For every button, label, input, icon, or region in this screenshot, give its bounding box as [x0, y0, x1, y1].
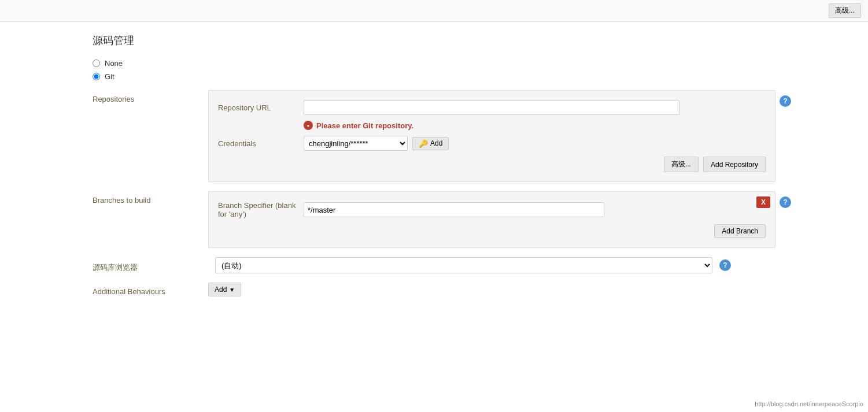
- radio-none[interactable]: [93, 60, 100, 67]
- branch-specifier-input[interactable]: [304, 202, 604, 217]
- add-branch-row: Add Branch: [218, 224, 766, 238]
- footer-text: http://blog.csdn.net/innerpeaceScorpio: [755, 400, 863, 407]
- additional-behaviours-content: Add ▼: [208, 283, 775, 296]
- error-row: ● Please enter Git repository.: [304, 121, 766, 130]
- scm-browser-help-icon[interactable]: ?: [719, 259, 731, 271]
- advanced-top-button[interactable]: 高级...: [829, 3, 861, 18]
- repositories-content: Repository URL ? ● Please enter Git repo…: [208, 90, 775, 182]
- radio-none-row: None: [93, 59, 775, 68]
- branches-label: Branches to build: [93, 191, 208, 205]
- key-icon: 🔑: [419, 139, 428, 148]
- radio-git[interactable]: [93, 73, 100, 80]
- add-branch-button[interactable]: Add Branch: [714, 224, 766, 238]
- add-repository-button[interactable]: Add Repository: [703, 157, 766, 172]
- content-area: 源码管理 None Git Repositories Repository UR…: [0, 22, 868, 317]
- repo-url-help-icon[interactable]: ?: [780, 95, 791, 107]
- advanced-button[interactable]: 高级...: [664, 157, 699, 172]
- section-title: 源码管理: [93, 34, 775, 47]
- credentials-label: Credentials: [218, 139, 299, 148]
- delete-branch-button[interactable]: X: [756, 196, 770, 208]
- dropdown-arrow-icon: ▼: [229, 287, 235, 293]
- scm-browser-label: 源码库浏览器: [93, 258, 208, 273]
- radio-group: None Git: [93, 59, 775, 81]
- branch-specifier-label: Branch Specifier (blank for 'any'): [218, 201, 299, 218]
- page-container: 高级... 源码管理 None Git Repositories Reposi: [0, 0, 868, 412]
- branches-section: Branches to build X ? Branch Specifier (…: [93, 191, 775, 248]
- repo-url-input[interactable]: [304, 100, 679, 115]
- additional-behaviours-section: Additional Behaviours Add ▼: [93, 283, 775, 296]
- btn-row-right: 高级... Add Repository: [218, 157, 766, 172]
- repositories-label: Repositories: [93, 90, 208, 103]
- error-icon: ●: [304, 121, 313, 130]
- credentials-select[interactable]: chengjinling/******: [304, 136, 408, 151]
- radio-git-label: Git: [105, 72, 114, 81]
- scm-browser-section: 源码库浏览器 (自动) ?: [93, 257, 775, 273]
- branches-content: X ? Branch Specifier (blank for 'any') A…: [208, 191, 775, 248]
- top-bar: 高级...: [0, 0, 868, 22]
- add-behaviours-button[interactable]: Add ▼: [208, 283, 241, 296]
- repositories-box: Repository URL ? ● Please enter Git repo…: [208, 90, 775, 182]
- radio-git-row: Git: [93, 72, 775, 81]
- add-credentials-label: Add: [430, 139, 442, 147]
- error-text: Please enter Git repository.: [316, 121, 413, 130]
- repositories-section: Repositories Repository URL ? ● Please e…: [93, 90, 775, 182]
- radio-none-label: None: [105, 59, 123, 68]
- repo-url-label: Repository URL: [218, 103, 299, 112]
- scm-browser-select[interactable]: (自动): [215, 257, 712, 273]
- add-behaviours-label: Add: [215, 285, 227, 294]
- credentials-row: Credentials chengjinling/****** 🔑 Add: [218, 136, 766, 151]
- add-credentials-button[interactable]: 🔑 Add: [412, 137, 449, 150]
- branches-help-icon[interactable]: ?: [780, 196, 791, 208]
- repo-url-row: Repository URL ?: [218, 100, 766, 115]
- branch-specifier-row: Branch Specifier (blank for 'any'): [218, 201, 766, 218]
- branches-box: X ? Branch Specifier (blank for 'any') A…: [208, 191, 775, 248]
- additional-behaviours-label: Additional Behaviours: [93, 283, 208, 296]
